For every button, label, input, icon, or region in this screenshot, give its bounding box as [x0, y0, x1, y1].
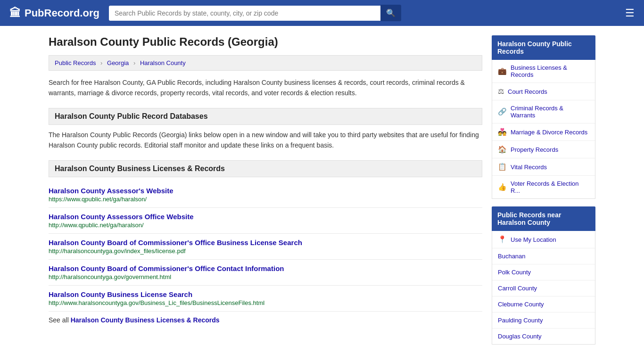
- breadcrumb-public-records[interactable]: Public Records: [55, 59, 96, 66]
- record-link-1[interactable]: Haralson County Assessor's Website: [49, 187, 173, 195]
- nearby-douglas-county-label: Douglas County: [498, 333, 542, 340]
- nearby-douglas-county[interactable]: Douglas County: [492, 329, 595, 344]
- site-header: 🏛 PubRecord.org 🔍 ☰: [0, 0, 644, 26]
- nearby-polk-county-label: Polk County: [498, 269, 531, 276]
- location-icon: 📍: [498, 235, 507, 244]
- record-url-5: http://www.haralsoncountyga.gov/Business…: [49, 299, 482, 306]
- sidebar-item-vital-label: Vital Records: [511, 164, 547, 171]
- sidebar-item-vital[interactable]: 📋 Vital Records: [492, 158, 595, 176]
- menu-button[interactable]: ☰: [625, 7, 635, 19]
- nearby-carroll-county[interactable]: Carroll County: [492, 280, 595, 296]
- page-title: Haralson County Public Records (Georgia): [49, 35, 482, 49]
- page-description: Search for free Haralson County, GA Publ…: [49, 77, 482, 99]
- see-all-line: See all Haralson County Business License…: [49, 316, 482, 324]
- court-icon: ⚖: [498, 87, 504, 96]
- record-link-4[interactable]: Haralson County Board of Commissioner's …: [49, 264, 284, 272]
- breadcrumb: Public Records › Georgia › Haralson Coun…: [49, 55, 482, 71]
- sidebar-item-voter-label: Voter Records & Election R...: [511, 180, 589, 194]
- sidebar-item-property[interactable]: 🏠 Property Records: [492, 141, 595, 158]
- property-icon: 🏠: [498, 145, 507, 154]
- sidebar-item-marriage[interactable]: 💑 Marriage & Divorce Records: [492, 123, 595, 141]
- record-link-5[interactable]: Haralson County Business License Search: [49, 290, 192, 298]
- record-link-3[interactable]: Haralson County Board of Commissioner's …: [49, 239, 302, 247]
- nearby-paulding-county-label: Paulding County: [498, 317, 543, 324]
- nearby-buchanan[interactable]: Buchanan: [492, 248, 595, 264]
- sidebar-item-court[interactable]: ⚖ Court Records: [492, 83, 595, 100]
- nearby-use-location-label: Use My Location: [511, 236, 556, 243]
- search-bar: 🔍: [109, 5, 401, 21]
- search-button[interactable]: 🔍: [380, 5, 401, 21]
- nearby-buchanan-label: Buchanan: [498, 253, 526, 260]
- record-item: Haralson County Business License Search …: [49, 286, 482, 312]
- sidebar-public-records-links: 💼 Business Licenses & Records ⚖ Court Re…: [492, 60, 595, 199]
- voter-icon: 👍: [498, 183, 507, 191]
- breadcrumb-sep-2: ›: [133, 59, 135, 66]
- breadcrumb-haralson-county[interactable]: Haralson County: [140, 59, 186, 66]
- logo-text: PubRecord.org: [25, 7, 99, 19]
- nearby-cleburne-county-label: Cleburne County: [498, 301, 544, 308]
- nearby-carroll-county-label: Carroll County: [498, 285, 537, 292]
- sidebar-item-criminal-label: Criminal Records & Warrants: [511, 105, 589, 119]
- record-url-3: http://haralsoncountyga.gov/index_files/…: [49, 247, 482, 255]
- databases-description: The Haralson County Public Records (Geor…: [49, 130, 482, 151]
- sidebar-item-voter[interactable]: 👍 Voter Records & Election R...: [492, 176, 595, 198]
- record-link-2[interactable]: Haralson County Assessors Office Website: [49, 213, 194, 221]
- see-all-link[interactable]: Haralson County Business Licenses & Reco…: [71, 316, 220, 324]
- marriage-icon: 💑: [498, 128, 507, 136]
- search-input[interactable]: [109, 6, 380, 21]
- business-icon: 💼: [498, 67, 507, 75]
- sidebar-public-records-header: Haralson County Public Records: [492, 35, 595, 60]
- main-container: Haralson County Public Records (Georgia)…: [39, 26, 605, 354]
- search-icon: 🔍: [386, 9, 396, 17]
- content-area: Haralson County Public Records (Georgia)…: [49, 35, 482, 345]
- record-item: Haralson County Assessor's Website https…: [49, 182, 482, 208]
- breadcrumb-georgia[interactable]: Georgia: [107, 59, 129, 66]
- vital-icon: 📋: [498, 163, 507, 171]
- sidebar-item-business-label: Business Licenses & Records: [511, 64, 589, 78]
- logo-icon: 🏛: [9, 7, 21, 20]
- site-logo[interactable]: 🏛 PubRecord.org: [9, 7, 99, 20]
- hamburger-icon: ☰: [625, 7, 635, 19]
- sidebar-item-business[interactable]: 💼 Business Licenses & Records: [492, 60, 595, 83]
- sidebar: Haralson County Public Records 💼 Busines…: [492, 35, 595, 345]
- sidebar-item-court-label: Court Records: [508, 88, 547, 95]
- business-section-header: Haralson County Business Licenses & Reco…: [49, 160, 482, 177]
- criminal-icon: 🔗: [498, 107, 507, 116]
- nearby-polk-county[interactable]: Polk County: [492, 264, 595, 280]
- sidebar-nearby-header: Public Records near Haralson County: [492, 206, 595, 231]
- breadcrumb-sep-1: ›: [100, 59, 102, 66]
- record-url-4: http://haralsoncountyga.gov/government.h…: [49, 273, 482, 280]
- nearby-use-location[interactable]: 📍 Use My Location: [492, 231, 595, 248]
- sidebar-item-marriage-label: Marriage & Divorce Records: [511, 129, 587, 136]
- nearby-paulding-county[interactable]: Paulding County: [492, 313, 595, 329]
- databases-section-header: Haralson County Public Record Databases: [49, 108, 482, 125]
- records-list: Haralson County Assessor's Website https…: [49, 182, 482, 312]
- record-item: Haralson County Board of Commissioner's …: [49, 260, 482, 286]
- sidebar-item-property-label: Property Records: [511, 146, 558, 153]
- see-all-prefix: See all: [49, 316, 71, 324]
- sidebar-item-criminal[interactable]: 🔗 Criminal Records & Warrants: [492, 100, 595, 123]
- record-item: Haralson County Board of Commissioner's …: [49, 234, 482, 260]
- record-url-1: https://www.qpublic.net/ga/haralson/: [49, 196, 482, 203]
- nearby-cleburne-county[interactable]: Cleburne County: [492, 296, 595, 313]
- sidebar-nearby-links: 📍 Use My Location Buchanan Polk County C…: [492, 231, 595, 345]
- record-url-2: http://www.qpublic.net/ga/haralson/: [49, 222, 482, 229]
- record-item: Haralson County Assessors Office Website…: [49, 208, 482, 234]
